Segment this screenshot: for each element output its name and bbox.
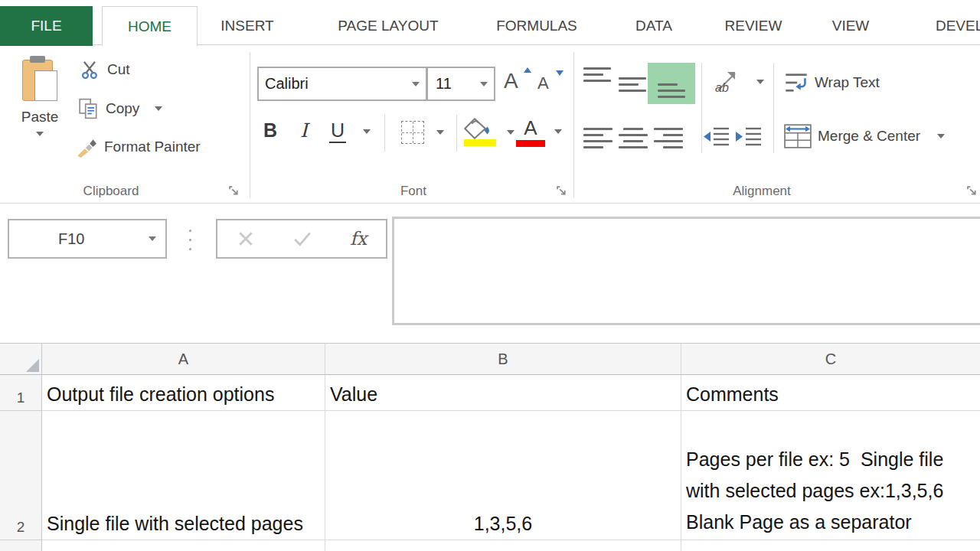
copy-button[interactable]: Copy (78, 98, 162, 119)
alignment-separator-2 (773, 63, 774, 153)
group-separator-2 (573, 52, 574, 197)
merge-center-icon (784, 124, 812, 148)
tab-page-layout[interactable]: PAGE LAYOUT (312, 6, 464, 45)
font-size-caret[interactable] (480, 82, 488, 86)
row-header-2[interactable]: 2 (0, 411, 42, 540)
tab-review[interactable]: REVIEW (703, 6, 804, 45)
formula-bar-row: F10 fx (0, 204, 980, 343)
bold-button[interactable]: B (263, 119, 277, 142)
orientation-button[interactable]: ab (714, 69, 764, 95)
align-left-icon (583, 128, 612, 148)
align-left-button[interactable] (583, 122, 614, 153)
tab-home[interactable]: HOME (102, 6, 198, 46)
cell-c2[interactable]: Pages per file ex: 5 Single file with se… (681, 411, 980, 540)
middle-align-button[interactable] (619, 67, 649, 101)
copy-label: Copy (106, 100, 139, 117)
tab-insert[interactable]: INSERT (198, 6, 297, 45)
alignment-group-label: Alignment (574, 184, 949, 199)
fill-color-caret[interactable] (507, 130, 514, 135)
fill-bucket-icon (464, 118, 496, 147)
cut-label: Cut (107, 61, 130, 78)
cell-a2[interactable]: Single file with selected pages (42, 411, 325, 540)
decrease-indent-button[interactable] (703, 126, 730, 148)
wrap-text-label: Wrap Text (815, 74, 880, 91)
sheet-row-1: 1 Output file creation options Value Com… (0, 375, 980, 411)
tab-data[interactable]: DATA (611, 6, 697, 45)
italic-button[interactable]: I (300, 119, 308, 142)
row-header-3[interactable] (0, 540, 42, 551)
font-name-caret[interactable] (412, 82, 420, 86)
fill-color-button[interactable] (464, 118, 514, 147)
font-size-combo[interactable]: 11 (426, 67, 495, 101)
insert-function-button[interactable]: fx (350, 228, 367, 249)
cell-a3[interactable] (42, 540, 325, 551)
top-align-button[interactable] (583, 67, 614, 101)
paste-dropdown-caret[interactable] (36, 132, 44, 136)
merge-center-button[interactable]: Merge & Center (784, 124, 945, 148)
increase-indent-button[interactable] (735, 126, 763, 148)
format-painter-button[interactable]: Format Painter (75, 136, 201, 158)
column-header-a[interactable]: A (42, 344, 325, 374)
borders-dropdown-caret[interactable] (436, 130, 444, 135)
font-color-caret[interactable] (554, 129, 562, 134)
cell-b1[interactable]: Value (325, 375, 681, 411)
column-header-c[interactable]: C (681, 344, 980, 374)
name-box[interactable]: F10 (8, 219, 167, 259)
clipboard-dialog-launcher[interactable] (229, 186, 240, 197)
copy-dropdown-caret[interactable] (155, 106, 162, 111)
font-name-combo[interactable]: Calibri (257, 67, 427, 101)
bold-letter: B (263, 119, 277, 142)
row-header-1[interactable]: 1 (0, 375, 42, 411)
tab-developer[interactable]: DEVELOPER (905, 6, 980, 45)
middle-align-icon (619, 77, 646, 92)
name-box-caret[interactable] (149, 236, 156, 241)
orientation-icon: ab (714, 69, 744, 95)
font-row-separator-2 (456, 115, 457, 152)
tab-formulas[interactable]: FORMULAS (472, 6, 602, 45)
merge-center-caret[interactable] (937, 134, 945, 139)
align-right-icon (654, 128, 683, 148)
cell-b2[interactable]: 1,3,5,6 (325, 411, 681, 540)
tab-file[interactable]: FILE (0, 6, 93, 46)
cell-c1[interactable]: Comments (681, 375, 980, 411)
bottom-align-button[interactable] (648, 63, 695, 104)
tab-view[interactable]: VIEW (810, 6, 891, 45)
decrease-indent-icon (703, 126, 730, 148)
column-header-b[interactable]: B (325, 344, 681, 374)
cell-a1[interactable]: Output file creation options (42, 375, 325, 411)
font-dialog-launcher[interactable] (557, 186, 568, 197)
fill-color-swatch (464, 139, 496, 146)
formula-bar-drag-handle[interactable] (189, 230, 191, 250)
cut-button[interactable]: Cut (80, 60, 130, 80)
increase-font-letter: A (504, 69, 518, 93)
decrease-font-arrow-icon (556, 70, 564, 76)
alignment-dialog-launcher[interactable] (967, 186, 978, 197)
underline-dropdown-caret[interactable] (363, 129, 371, 134)
cell-b3[interactable] (325, 540, 681, 551)
enter-icon[interactable] (292, 230, 312, 248)
increase-font-size-button[interactable]: A (504, 69, 530, 99)
font-color-icon: A (518, 116, 544, 147)
align-right-button[interactable] (654, 122, 684, 153)
scissors-icon (80, 60, 101, 80)
font-color-button[interactable]: A (518, 116, 562, 147)
orientation-caret[interactable] (756, 80, 764, 84)
ribbon-tab-bar: FILE HOME INSERT PAGE LAYOUT FORMULAS DA… (0, 6, 980, 45)
formula-bar-input[interactable] (392, 217, 980, 325)
italic-letter: I (300, 119, 308, 142)
wrap-text-button[interactable]: Wrap Text (784, 70, 880, 95)
cell-c3[interactable] (681, 540, 980, 551)
select-all-button[interactable] (0, 344, 42, 374)
group-separator (250, 52, 250, 197)
merge-center-label: Merge & Center (818, 128, 920, 145)
align-center-button[interactable] (619, 122, 649, 153)
increase-font-arrow-icon (524, 67, 531, 73)
cell-c2-text: Pages per file ex: 5 Single file with se… (686, 444, 950, 538)
underline-button[interactable]: U (329, 119, 371, 143)
paste-button[interactable]: Paste (8, 55, 72, 171)
wrap-text-icon (784, 70, 808, 95)
select-all-icon (26, 359, 39, 372)
borders-button[interactable] (401, 121, 444, 144)
decrease-font-size-button[interactable]: A (537, 73, 562, 101)
cancel-icon[interactable] (237, 230, 255, 248)
